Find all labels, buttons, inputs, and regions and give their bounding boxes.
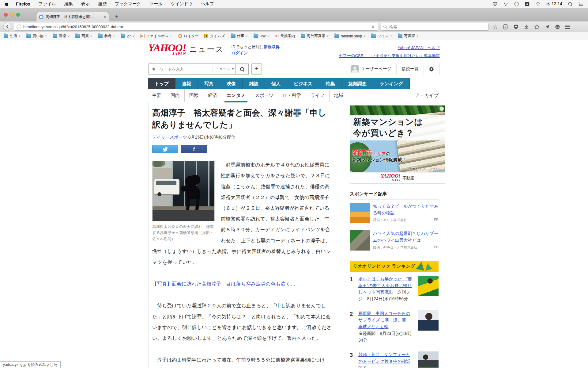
ranking-item[interactable]: 2 福原愛、中国人コーチらのサプライズに涙、涙、涙 卓球／リオ五輪産経新聞 8月… <box>350 306 439 347</box>
bookmark-folder-photo[interactable]: 写真 <box>75 33 92 39</box>
creative-cloud-icon[interactable] <box>514 2 519 7</box>
ad-image[interactable]: 新築マンションは 今が買いどき？ 狛江市エリアの 新築マンション情報満載！ ※写… <box>350 105 445 172</box>
menu-firefox[interactable]: Firefox <box>16 2 30 6</box>
nav-tab-feature[interactable]: 特集 <box>319 78 341 89</box>
bookmark-filepost[interactable]: Fファイルポスト <box>140 33 172 39</box>
window-zoom-button[interactable] <box>16 13 20 17</box>
bookmark-folder-photographers[interactable]: 写真家 <box>398 33 418 39</box>
airdrop-icon[interactable] <box>503 2 508 7</box>
facebook-share-button[interactable]: f <box>181 145 207 153</box>
article-photo[interactable] <box>152 161 215 221</box>
bookmark-folder-27[interactable]: 27 <box>121 34 134 38</box>
nav-tab-business[interactable]: ビジネス <box>287 78 319 89</box>
bookmark-folder-overseas-photographers[interactable]: 海外写真家 <box>301 33 329 39</box>
url-bar[interactable]: i headlines.yahoo.co.jp/hl?a=20160825-00… <box>14 23 378 31</box>
browser-search-input[interactable] <box>389 25 486 29</box>
sponsored-title[interactable]: 知ってる？ビールがつくりだすある町の物語 <box>373 203 439 216</box>
url-text[interactable]: headlines.yahoo.co.jp/hl?a=20160825-0000… <box>23 25 368 29</box>
bookmark-folder-life[interactable]: 生活 <box>4 33 21 39</box>
notification-center-icon[interactable] <box>579 2 584 7</box>
stop-button[interactable]: × <box>371 24 375 29</box>
new-tab-button[interactable]: + <box>113 13 121 20</box>
menu-bookmarks[interactable]: ブックマーク <box>115 1 141 7</box>
settings-button[interactable] <box>424 63 440 75</box>
news-search-input[interactable] <box>152 67 213 71</box>
nav-tab-video[interactable]: 映像 <box>220 78 243 89</box>
ranking-item[interactable]: 1 ボルトは手も早かった “麻薬王”の未亡人をお持ち帰りしベッド写真流出 夕刊フ… <box>350 272 439 306</box>
news-search-button[interactable] <box>236 63 249 75</box>
nav-tab-magazine[interactable]: 雑誌 <box>243 78 265 89</box>
back-button[interactable] <box>3 23 11 31</box>
bookmark-folder-random-shop[interactable]: random shop <box>334 34 365 38</box>
bookmark-folder-reference[interactable]: 参考 <box>98 33 115 39</box>
subnav-it-science[interactable]: IT・科学 <box>278 89 305 102</box>
subnav-entertainment[interactable]: エンタメ <box>222 89 250 102</box>
reading-list-icon[interactable] <box>503 24 508 30</box>
ad-brand-row[interactable]: YAHOO!JAPAN 不動産 <box>350 172 445 183</box>
add-search-button[interactable]: + <box>251 63 262 75</box>
subnav-domestic[interactable]: 国内 <box>166 89 184 102</box>
subnav-archive[interactable]: アーカイブ <box>415 93 440 98</box>
dropbox-icon[interactable] <box>492 2 498 7</box>
subnav-region[interactable]: 地域 <box>329 89 348 102</box>
bookmark-transit[interactable]: Y!乗換案内 <box>275 33 295 39</box>
bookmark-folder-shopping[interactable]: 買い物 <box>26 33 47 39</box>
menu-window[interactable]: ウインドウ <box>171 1 193 7</box>
menu-hamburger-icon[interactable] <box>565 25 570 29</box>
twitter-share-button[interactable] <box>152 145 178 153</box>
home-icon[interactable] <box>534 24 540 30</box>
pocket-icon[interactable] <box>513 24 519 30</box>
user-page-link[interactable]: ユーザーページ <box>346 63 396 75</box>
service-name[interactable]: ニュース <box>189 44 224 55</box>
sponsored-item[interactable]: ハワイ人気の起爆剤？じわりブームのハワイ出雲大社とは 提供：ANAセールス株式会… <box>350 227 439 254</box>
nav-tab-top[interactable]: トップ <box>148 78 175 89</box>
search-scope-dropdown[interactable]: ニュース <box>213 66 234 72</box>
source-link[interactable]: デイリースポーツ <box>152 135 187 140</box>
subnav-economy[interactable]: 経済 <box>203 89 222 102</box>
bookmark-folder-hw[interactable]: HW <box>254 34 269 38</box>
menu-edit[interactable]: 編集 <box>64 1 73 7</box>
menu-view[interactable]: 表示 <box>81 1 90 7</box>
photo-gallery-link[interactable]: 【写真】面会に訪れた高畑淳子 目は落ち窪み疲労の色も濃く… <box>152 281 295 286</box>
wifi-icon[interactable] <box>535 2 541 7</box>
bookmark-folder-wine[interactable]: ワイン <box>371 33 392 39</box>
nav-tab-ranking[interactable]: ランキング <box>373 78 410 89</box>
bookmark-reuters[interactable]: ロイター <box>178 33 199 39</box>
nav-tab-poll[interactable]: 意識調査 <box>341 78 373 89</box>
ad-info-icon[interactable]: i <box>439 106 444 111</box>
browser-search-bar[interactable] <box>381 23 488 31</box>
yahoo-logo[interactable]: YAHOO! JAPAN <box>148 43 186 56</box>
window-minimize-button[interactable] <box>10 13 14 17</box>
bookmark-times[interactable]: Tタイムズ <box>204 33 225 39</box>
ranking-item[interactable]: 3 競歩・荒井、ダンフィーとのドーピング検査中の秘話語るデイリースポーツ 8月2… <box>350 347 439 368</box>
menu-clock[interactable]: 木 12:14 <box>546 1 562 7</box>
login-link[interactable]: ログイン <box>232 51 248 55</box>
bookmark-folder-music[interactable]: 音楽 <box>53 33 70 39</box>
browser-tab[interactable]: 高畑淳子 裕太容疑者と面... × <box>36 12 109 21</box>
spotlight-icon[interactable] <box>568 2 573 7</box>
nav-tab-personal[interactable]: 個人 <box>265 78 287 89</box>
ranking-title-link[interactable]: 競歩・荒井、ダンフィーとのドーピング検査中の秘話語る <box>358 352 410 368</box>
window-close-button[interactable] <box>4 13 8 17</box>
sponsored-item[interactable]: 知ってる？ビールがつくりだすある町の物語 提供：キリン株式会社PR <box>350 199 439 227</box>
nav-tab-flash[interactable]: 速報 <box>175 78 198 89</box>
sponsored-title[interactable]: ハワイ人気の起爆剤？じわりブームのハワイ出雲大社とは <box>373 230 439 243</box>
news-search-box[interactable]: ニュース <box>148 63 236 75</box>
subscriptions-link[interactable]: 購読一覧 <box>396 63 424 75</box>
tab-close-icon[interactable]: × <box>104 15 106 19</box>
subnav-sports[interactable]: スポーツ <box>250 89 278 102</box>
menu-help[interactable]: ヘルプ <box>201 1 214 7</box>
downloads-icon[interactable] <box>523 24 529 30</box>
apple-icon[interactable] <box>4 2 9 6</box>
ranking-title-link[interactable]: 福原愛、中国人コーチらのサプライズに涙、涙、涙 卓球／リオ五輪 <box>358 311 410 329</box>
nav-tab-photo[interactable]: 写真 <box>198 78 220 89</box>
subnav-main[interactable]: 主要 <box>148 89 166 102</box>
menu-history[interactable]: 履歴 <box>98 1 107 7</box>
subnav-world[interactable]: 国際 <box>184 89 203 102</box>
site-info-icon[interactable]: i <box>17 25 21 29</box>
extension-smiley-icon[interactable] <box>555 24 560 30</box>
signup-link[interactable]: 新規取得 <box>264 44 280 49</box>
send-tab-icon[interactable] <box>544 24 550 30</box>
yahoo-help-link[interactable]: Yahoo! JAPAN ヘルプ <box>398 45 440 50</box>
menu-tools[interactable]: ツール <box>149 1 163 7</box>
